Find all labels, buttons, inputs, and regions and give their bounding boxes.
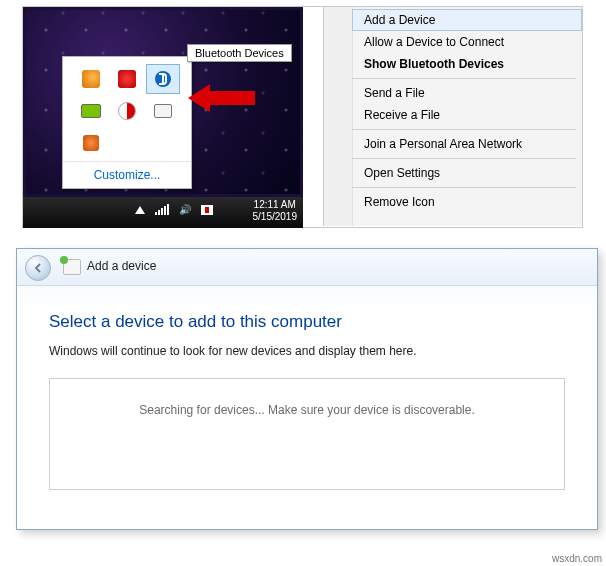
add-device-window: Add a device Select a device to add to t… (16, 248, 598, 530)
menu-item-add-a-device[interactable]: Add a Device (352, 9, 582, 31)
airtel-icon[interactable] (111, 65, 143, 93)
battery-icon[interactable] (75, 97, 107, 125)
bluetooth-icon[interactable] (147, 65, 179, 93)
window-title: Add a device (87, 259, 156, 273)
device-list-panel: Searching for devices... Make sure your … (49, 378, 565, 490)
customize-link[interactable]: Customize... (63, 161, 191, 188)
menu-item-open-settings[interactable]: Open Settings (352, 162, 582, 184)
taskbar-clock[interactable]: 12:11 AM 5/15/2019 (253, 199, 298, 223)
menu-item-allow-a-device-to-connect[interactable]: Allow a Device to Connect (352, 31, 582, 53)
menu-icon-strip (324, 7, 353, 226)
show-hidden-icons-icon[interactable] (135, 206, 145, 214)
tray-and-menu-screenshot: 🔊 12:11 AM 5/15/2019 Customize... Blueto… (22, 6, 583, 228)
menu-separator (352, 129, 576, 130)
taskbar: 🔊 12:11 AM 5/15/2019 (23, 197, 303, 228)
red-pointer-arrow (188, 84, 255, 112)
menu-separator (352, 187, 576, 188)
screen-icon[interactable] (147, 97, 179, 125)
bluetooth-tooltip: Bluetooth Devices (187, 44, 292, 62)
menu-item-show-bluetooth-devices[interactable]: Show Bluetooth Devices (352, 53, 582, 75)
network-icon[interactable] (155, 205, 169, 215)
taskbar-tray: 🔊 (135, 204, 213, 215)
menu-item-send-a-file[interactable]: Send a File (352, 82, 582, 104)
window-header: Add a device (17, 249, 597, 286)
menu-item-receive-a-file[interactable]: Receive a File (352, 104, 582, 126)
menu-separator (352, 78, 576, 79)
clock-date: 5/15/2019 (253, 211, 298, 223)
menu-item-join-a-personal-area-network[interactable]: Join a Personal Area Network (352, 133, 582, 155)
clock-time: 12:11 AM (253, 199, 298, 211)
fox-icon[interactable] (75, 65, 107, 93)
menu-item-remove-icon[interactable]: Remove Icon (352, 191, 582, 213)
menu-separator (352, 158, 576, 159)
page-subtext: Windows will continue to look for new de… (49, 344, 565, 358)
page-heading: Select a device to add to this computer (49, 312, 565, 332)
volume-icon[interactable]: 🔊 (179, 204, 191, 215)
back-button[interactable] (25, 255, 51, 281)
ccleaner-icon[interactable] (111, 97, 143, 125)
bluetooth-context-menu: Add a DeviceAllow a Device to ConnectSho… (323, 7, 582, 226)
searching-message: Searching for devices... Make sure your … (50, 403, 564, 417)
action-center-icon[interactable] (201, 205, 213, 215)
add-device-icon (63, 259, 81, 275)
notification-tray-popup: Customize... (62, 56, 192, 189)
watermark: wsxdn.com (552, 553, 602, 564)
orange-app-icon[interactable] (75, 129, 107, 157)
